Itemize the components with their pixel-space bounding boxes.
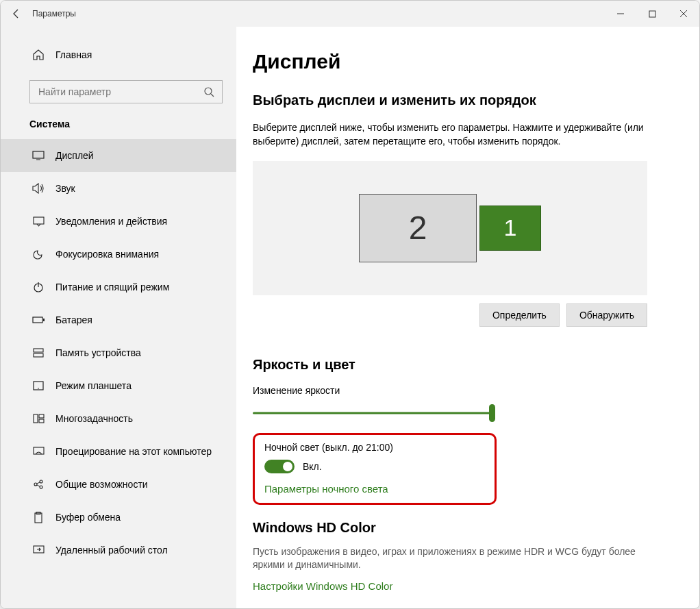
minimize-button[interactable] (605, 1, 636, 27)
focus-icon (32, 248, 45, 260)
nav-list: Дисплей Звук Уведомления и действия Фоку… (1, 139, 236, 567)
detect-button[interactable]: Обнаружить (566, 303, 647, 327)
nightlight-settings-link[interactable]: Параметры ночного света (264, 483, 485, 495)
nav-label: Общие возможности (55, 479, 148, 490)
hd-color-desc: Пусть изображения в видео, играх и прило… (253, 545, 636, 572)
nav-label: Память устройства (55, 347, 141, 358)
sidebar: Главная Система Дисплей Звук (1, 27, 236, 608)
nav-label: Режим планшета (55, 380, 132, 391)
search-icon (203, 86, 215, 98)
svg-point-21 (40, 486, 42, 488)
svg-rect-17 (39, 419, 44, 423)
nightlight-highlight: Ночной свет (выкл. до 21:00) Вкл. Параме… (253, 433, 497, 505)
monitor-2[interactable]: 2 (359, 194, 477, 262)
main-content: Дисплей Выбрать дисплеи и изменить их по… (236, 27, 699, 608)
nav-item-tablet[interactable]: Режим планшета (1, 369, 236, 402)
window-title: Параметры (32, 9, 76, 18)
search-input[interactable] (38, 86, 189, 97)
nav-label: Буфер обмена (55, 512, 121, 523)
projecting-icon (32, 445, 45, 458)
nav-item-battery[interactable]: Батарея (1, 303, 236, 336)
nav-label: Звук (55, 183, 75, 194)
tablet-icon (32, 380, 45, 392)
slider-track (253, 412, 494, 414)
svg-point-19 (34, 483, 37, 486)
svg-line-3 (211, 94, 214, 97)
nightlight-toggle[interactable] (264, 460, 295, 473)
svg-rect-24 (35, 513, 42, 523)
hd-color-title: Windows HD Color (253, 520, 661, 536)
sound-icon (32, 182, 45, 195)
svg-rect-10 (43, 319, 45, 321)
svg-rect-18 (34, 447, 44, 454)
remote-icon (32, 544, 45, 556)
svg-rect-16 (39, 414, 44, 418)
brightness-label: Изменение яркости (253, 385, 661, 396)
back-button[interactable] (1, 1, 32, 27)
page-title: Дисплей (253, 50, 661, 73)
sidebar-group-title: Система (1, 114, 236, 139)
nav-item-clipboard[interactable]: Буфер обмена (1, 501, 236, 534)
nav-item-multitask[interactable]: Многозадачность (1, 402, 236, 435)
svg-point-2 (205, 88, 212, 95)
search-box[interactable] (29, 80, 223, 103)
notifications-icon (32, 215, 45, 227)
monitor-1[interactable]: 1 (479, 206, 541, 251)
display-buttons: Определить Обнаружить (253, 303, 647, 327)
identify-button[interactable]: Определить (479, 303, 560, 327)
power-icon (32, 281, 45, 293)
svg-line-23 (37, 485, 40, 486)
svg-rect-11 (34, 349, 43, 352)
storage-icon (32, 347, 45, 359)
settings-window: Параметры Главная (0, 0, 700, 609)
nav-label: Проецирование на этот компьютер (55, 446, 212, 457)
hd-color-link[interactable]: Настройки Windows HD Color (253, 580, 661, 592)
svg-rect-9 (33, 317, 42, 323)
home-icon (32, 49, 45, 61)
clipboard-icon (32, 511, 45, 523)
nav-item-power[interactable]: Питание и спящий режим (1, 271, 236, 303)
toggle-state: Вкл. (303, 461, 322, 472)
displays-box[interactable]: 2 1 (253, 161, 647, 295)
nav-label: Фокусировка внимания (55, 249, 159, 260)
nav-label: Многозадачность (55, 413, 133, 424)
close-button[interactable] (668, 1, 699, 27)
nav-item-sound[interactable]: Звук (1, 172, 236, 205)
maximize-button[interactable] (636, 1, 668, 27)
nav-label: Уведомления и действия (55, 216, 167, 227)
home-label: Главная (55, 49, 92, 60)
toggle-knob (283, 462, 292, 471)
svg-rect-12 (34, 353, 43, 357)
nav-item-display[interactable]: Дисплей (1, 139, 236, 172)
nav-item-projecting[interactable]: Проецирование на этот компьютер (1, 435, 236, 468)
svg-rect-4 (33, 151, 44, 158)
nav-label: Батарея (55, 314, 92, 325)
display-icon (32, 149, 45, 162)
battery-icon (32, 314, 45, 326)
svg-rect-6 (34, 217, 44, 224)
nightlight-toggle-row: Вкл. (264, 460, 485, 473)
nav-label: Дисплей (55, 150, 94, 161)
nav-item-storage[interactable]: Память устройства (1, 336, 236, 369)
svg-point-14 (38, 388, 39, 389)
multitask-icon (32, 412, 45, 425)
nav-item-shared[interactable]: Общие возможности (1, 468, 236, 501)
arrange-helper: Выберите дисплей ниже, чтобы изменить ег… (253, 121, 661, 149)
nightlight-label: Ночной свет (выкл. до 21:00) (264, 442, 485, 453)
titlebar: Параметры (1, 1, 699, 27)
nav-label: Удаленный рабочий стол (55, 545, 168, 556)
svg-line-22 (37, 482, 40, 484)
nav-label: Питание и спящий режим (55, 282, 169, 293)
svg-rect-1 (649, 11, 655, 17)
brightness-section-title: Яркость и цвет (253, 357, 661, 373)
shared-icon (32, 478, 45, 490)
nav-item-focus[interactable]: Фокусировка внимания (1, 238, 236, 271)
svg-point-20 (40, 480, 42, 483)
arrange-title: Выбрать дисплеи и изменить их порядок (253, 92, 661, 108)
svg-rect-15 (34, 414, 38, 423)
nav-item-remote[interactable]: Удаленный рабочий стол (1, 534, 236, 567)
brightness-slider[interactable] (253, 404, 494, 422)
nav-item-notifications[interactable]: Уведомления и действия (1, 205, 236, 238)
home-nav[interactable]: Главная (1, 39, 236, 71)
slider-thumb[interactable] (489, 404, 495, 422)
